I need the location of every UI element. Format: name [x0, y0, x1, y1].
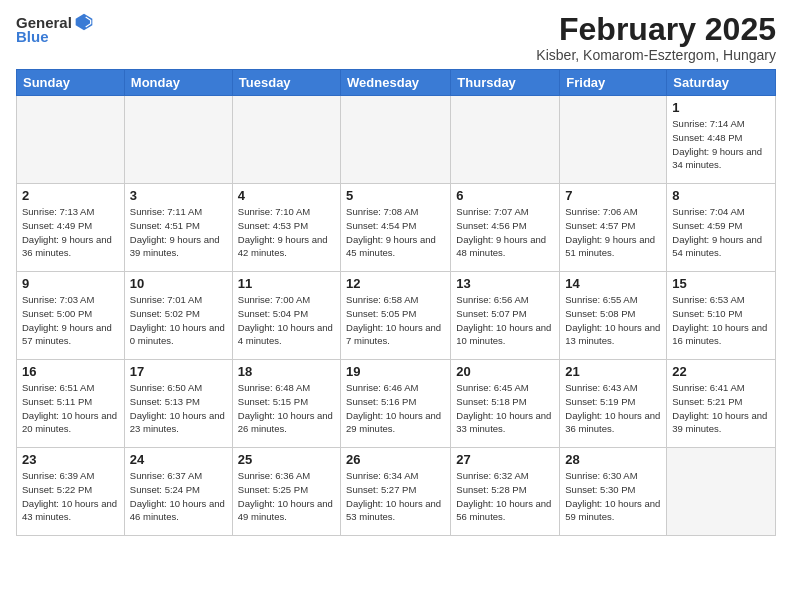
- table-cell: 7Sunrise: 7:06 AM Sunset: 4:57 PM Daylig…: [560, 184, 667, 272]
- day-number: 4: [238, 188, 335, 203]
- day-info: Sunrise: 6:46 AM Sunset: 5:16 PM Dayligh…: [346, 381, 445, 436]
- day-info: Sunrise: 7:04 AM Sunset: 4:59 PM Dayligh…: [672, 205, 770, 260]
- day-info: Sunrise: 7:06 AM Sunset: 4:57 PM Dayligh…: [565, 205, 661, 260]
- day-info: Sunrise: 7:03 AM Sunset: 5:00 PM Dayligh…: [22, 293, 119, 348]
- day-info: Sunrise: 6:37 AM Sunset: 5:24 PM Dayligh…: [130, 469, 227, 524]
- table-cell: 3Sunrise: 7:11 AM Sunset: 4:51 PM Daylig…: [124, 184, 232, 272]
- col-wednesday: Wednesday: [341, 70, 451, 96]
- table-cell: 14Sunrise: 6:55 AM Sunset: 5:08 PM Dayli…: [560, 272, 667, 360]
- day-info: Sunrise: 6:45 AM Sunset: 5:18 PM Dayligh…: [456, 381, 554, 436]
- day-info: Sunrise: 6:55 AM Sunset: 5:08 PM Dayligh…: [565, 293, 661, 348]
- day-number: 17: [130, 364, 227, 379]
- table-cell: [232, 96, 340, 184]
- day-info: Sunrise: 7:11 AM Sunset: 4:51 PM Dayligh…: [130, 205, 227, 260]
- day-number: 27: [456, 452, 554, 467]
- table-cell: 19Sunrise: 6:46 AM Sunset: 5:16 PM Dayli…: [341, 360, 451, 448]
- day-number: 23: [22, 452, 119, 467]
- day-info: Sunrise: 6:43 AM Sunset: 5:19 PM Dayligh…: [565, 381, 661, 436]
- col-tuesday: Tuesday: [232, 70, 340, 96]
- day-number: 19: [346, 364, 445, 379]
- day-number: 11: [238, 276, 335, 291]
- calendar-header-row: Sunday Monday Tuesday Wednesday Thursday…: [17, 70, 776, 96]
- day-number: 14: [565, 276, 661, 291]
- calendar: Sunday Monday Tuesday Wednesday Thursday…: [16, 69, 776, 536]
- table-cell: 11Sunrise: 7:00 AM Sunset: 5:04 PM Dayli…: [232, 272, 340, 360]
- logo-blue: Blue: [16, 28, 49, 45]
- table-cell: 22Sunrise: 6:41 AM Sunset: 5:21 PM Dayli…: [667, 360, 776, 448]
- day-info: Sunrise: 6:50 AM Sunset: 5:13 PM Dayligh…: [130, 381, 227, 436]
- day-info: Sunrise: 7:07 AM Sunset: 4:56 PM Dayligh…: [456, 205, 554, 260]
- table-cell: [451, 96, 560, 184]
- table-cell: 27Sunrise: 6:32 AM Sunset: 5:28 PM Dayli…: [451, 448, 560, 536]
- day-number: 1: [672, 100, 770, 115]
- day-info: Sunrise: 6:56 AM Sunset: 5:07 PM Dayligh…: [456, 293, 554, 348]
- day-number: 18: [238, 364, 335, 379]
- day-number: 16: [22, 364, 119, 379]
- table-cell: 4Sunrise: 7:10 AM Sunset: 4:53 PM Daylig…: [232, 184, 340, 272]
- day-number: 28: [565, 452, 661, 467]
- col-monday: Monday: [124, 70, 232, 96]
- table-cell: [667, 448, 776, 536]
- day-number: 12: [346, 276, 445, 291]
- day-number: 3: [130, 188, 227, 203]
- day-info: Sunrise: 7:14 AM Sunset: 4:48 PM Dayligh…: [672, 117, 770, 172]
- day-number: 22: [672, 364, 770, 379]
- day-info: Sunrise: 6:58 AM Sunset: 5:05 PM Dayligh…: [346, 293, 445, 348]
- day-number: 24: [130, 452, 227, 467]
- table-cell: 17Sunrise: 6:50 AM Sunset: 5:13 PM Dayli…: [124, 360, 232, 448]
- day-info: Sunrise: 7:10 AM Sunset: 4:53 PM Dayligh…: [238, 205, 335, 260]
- table-cell: 13Sunrise: 6:56 AM Sunset: 5:07 PM Dayli…: [451, 272, 560, 360]
- week-row-1: 1Sunrise: 7:14 AM Sunset: 4:48 PM Daylig…: [17, 96, 776, 184]
- day-number: 25: [238, 452, 335, 467]
- table-cell: 18Sunrise: 6:48 AM Sunset: 5:15 PM Dayli…: [232, 360, 340, 448]
- logo-icon: [74, 12, 94, 32]
- day-number: 9: [22, 276, 119, 291]
- month-year: February 2025: [536, 12, 776, 47]
- table-cell: 24Sunrise: 6:37 AM Sunset: 5:24 PM Dayli…: [124, 448, 232, 536]
- table-cell: [560, 96, 667, 184]
- week-row-4: 16Sunrise: 6:51 AM Sunset: 5:11 PM Dayli…: [17, 360, 776, 448]
- day-info: Sunrise: 6:41 AM Sunset: 5:21 PM Dayligh…: [672, 381, 770, 436]
- col-friday: Friday: [560, 70, 667, 96]
- table-cell: 28Sunrise: 6:30 AM Sunset: 5:30 PM Dayli…: [560, 448, 667, 536]
- table-cell: 6Sunrise: 7:07 AM Sunset: 4:56 PM Daylig…: [451, 184, 560, 272]
- col-thursday: Thursday: [451, 70, 560, 96]
- day-info: Sunrise: 6:39 AM Sunset: 5:22 PM Dayligh…: [22, 469, 119, 524]
- table-cell: [17, 96, 125, 184]
- day-info: Sunrise: 6:34 AM Sunset: 5:27 PM Dayligh…: [346, 469, 445, 524]
- day-number: 7: [565, 188, 661, 203]
- day-info: Sunrise: 6:48 AM Sunset: 5:15 PM Dayligh…: [238, 381, 335, 436]
- day-info: Sunrise: 7:13 AM Sunset: 4:49 PM Dayligh…: [22, 205, 119, 260]
- week-row-5: 23Sunrise: 6:39 AM Sunset: 5:22 PM Dayli…: [17, 448, 776, 536]
- day-number: 2: [22, 188, 119, 203]
- table-cell: 2Sunrise: 7:13 AM Sunset: 4:49 PM Daylig…: [17, 184, 125, 272]
- day-number: 15: [672, 276, 770, 291]
- table-cell: 16Sunrise: 6:51 AM Sunset: 5:11 PM Dayli…: [17, 360, 125, 448]
- table-cell: 25Sunrise: 6:36 AM Sunset: 5:25 PM Dayli…: [232, 448, 340, 536]
- day-info: Sunrise: 6:53 AM Sunset: 5:10 PM Dayligh…: [672, 293, 770, 348]
- logo: General Blue: [16, 12, 94, 45]
- day-info: Sunrise: 6:32 AM Sunset: 5:28 PM Dayligh…: [456, 469, 554, 524]
- table-cell: 20Sunrise: 6:45 AM Sunset: 5:18 PM Dayli…: [451, 360, 560, 448]
- day-info: Sunrise: 7:08 AM Sunset: 4:54 PM Dayligh…: [346, 205, 445, 260]
- week-row-2: 2Sunrise: 7:13 AM Sunset: 4:49 PM Daylig…: [17, 184, 776, 272]
- day-number: 8: [672, 188, 770, 203]
- header: General Blue February 2025 Kisber, Komar…: [16, 12, 776, 63]
- col-sunday: Sunday: [17, 70, 125, 96]
- table-cell: 5Sunrise: 7:08 AM Sunset: 4:54 PM Daylig…: [341, 184, 451, 272]
- week-row-3: 9Sunrise: 7:03 AM Sunset: 5:00 PM Daylig…: [17, 272, 776, 360]
- day-number: 26: [346, 452, 445, 467]
- location: Kisber, Komarom-Esztergom, Hungary: [536, 47, 776, 63]
- table-cell: 23Sunrise: 6:39 AM Sunset: 5:22 PM Dayli…: [17, 448, 125, 536]
- day-number: 21: [565, 364, 661, 379]
- table-cell: [124, 96, 232, 184]
- day-info: Sunrise: 6:51 AM Sunset: 5:11 PM Dayligh…: [22, 381, 119, 436]
- table-cell: 15Sunrise: 6:53 AM Sunset: 5:10 PM Dayli…: [667, 272, 776, 360]
- day-number: 20: [456, 364, 554, 379]
- table-cell: 12Sunrise: 6:58 AM Sunset: 5:05 PM Dayli…: [341, 272, 451, 360]
- day-info: Sunrise: 6:36 AM Sunset: 5:25 PM Dayligh…: [238, 469, 335, 524]
- table-cell: 10Sunrise: 7:01 AM Sunset: 5:02 PM Dayli…: [124, 272, 232, 360]
- day-number: 13: [456, 276, 554, 291]
- day-number: 5: [346, 188, 445, 203]
- day-number: 10: [130, 276, 227, 291]
